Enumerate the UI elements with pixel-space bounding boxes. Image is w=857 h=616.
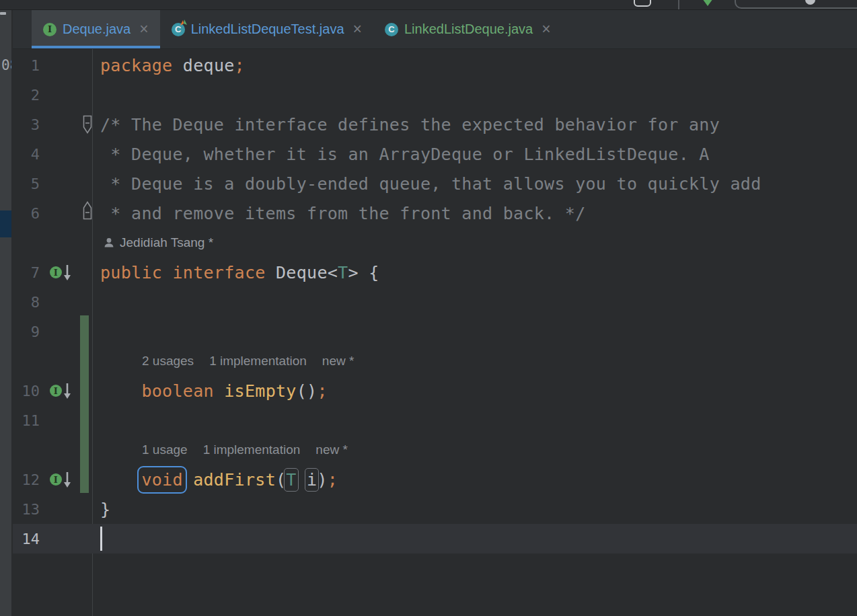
author-inlay-hint[interactable]: Jedidiah Tsang *: [13, 228, 857, 258]
line-number: 4: [31, 146, 40, 163]
editor-tab-linkedlistdequetest-java[interactable]: CLinkedListDequeTest.java×: [160, 10, 373, 48]
gutter-line-5[interactable]: 5: [13, 169, 92, 198]
line-number: 14: [22, 531, 40, 547]
tab-close-icon[interactable]: ×: [353, 22, 362, 37]
line-number: 6: [31, 205, 40, 222]
code-line-1[interactable]: 1package deque;: [13, 50, 857, 80]
code-line-12[interactable]: 12I void addFirst(T i);: [13, 465, 857, 494]
search-field[interactable]: [735, 0, 857, 9]
code-text: * Deque, whether it is an ArrayDeque or …: [92, 145, 710, 164]
editor-tab-bar: IDeque.java×CLinkedListDequeTest.java×CL…: [13, 10, 857, 49]
line-number: 11: [22, 412, 40, 429]
code-line-10[interactable]: 10I boolean isEmpty();: [13, 376, 857, 406]
line-number: 8: [31, 294, 40, 311]
left-panel-clipped-text: 08: [1, 57, 12, 73]
gutter-line-1[interactable]: 1: [13, 50, 92, 80]
code-text: void addFirst(T i);: [92, 470, 338, 490]
tab-label: LinkedListDequeTest.java: [191, 22, 344, 37]
editor-tab-deque-java[interactable]: IDeque.java×: [32, 10, 160, 48]
gutter-line-8[interactable]: 8: [13, 287, 92, 317]
author-person-icon: [103, 237, 115, 249]
template-segment[interactable]: i: [307, 470, 317, 490]
gutter-line-10[interactable]: 10I: [13, 376, 92, 406]
gutter-line-6[interactable]: 6: [13, 198, 92, 228]
code-text: [92, 527, 102, 551]
left-panel-strip: 08: [0, 10, 12, 616]
code-line-7[interactable]: 7Ipublic interface Deque<T> {: [13, 258, 857, 287]
code-line-14[interactable]: 14: [13, 524, 857, 553]
gutter-line-4[interactable]: 4: [13, 139, 92, 169]
line-number: 12: [22, 471, 40, 488]
code-line-2[interactable]: 2: [13, 80, 857, 110]
code-text: * Deque is a doubly-ended queue, that al…: [92, 174, 761, 194]
gutter-line-13[interactable]: 13: [13, 494, 92, 524]
tab-close-icon[interactable]: ×: [139, 22, 148, 37]
line-number: 9: [31, 323, 40, 340]
code-line-9[interactable]: 9: [13, 317, 857, 346]
implementation-hint[interactable]: 1 implementation: [209, 354, 307, 369]
code-line-13[interactable]: 13}: [13, 494, 857, 524]
run-dropdown-chevron-icon[interactable]: [702, 0, 713, 6]
device-icon[interactable]: [634, 0, 651, 7]
implemented-interface-gutter-icon[interactable]: I: [49, 471, 76, 489]
left-panel-selection: [0, 210, 12, 237]
test-runner-decoration-icon: [180, 20, 188, 28]
code-line-5[interactable]: 5 * Deque is a doubly-ended queue, that …: [13, 169, 857, 198]
code-text: boolean isEmpty();: [92, 381, 328, 401]
line-number: 13: [22, 501, 40, 518]
gutter-line-14[interactable]: 14: [13, 524, 92, 553]
main-toolbar: [0, 0, 857, 10]
tab-label: LinkedListDeque.java: [404, 22, 533, 37]
line-number: 3: [31, 116, 40, 133]
usages-hint[interactable]: 1 usage: [142, 442, 188, 457]
tab-label: Deque.java: [63, 22, 131, 37]
svg-text:I: I: [54, 475, 58, 485]
left-panel-dash-icon: [0, 12, 6, 15]
interface-icon: I: [43, 23, 57, 36]
code-line-11[interactable]: 11: [13, 406, 857, 435]
code-text: * and remove items from the front and ba…: [92, 204, 586, 223]
code-vision-hints: 1 usage1 implementationnew *: [13, 435, 857, 465]
code-vision-hints: 2 usages1 implementationnew *: [13, 346, 857, 376]
line-number: 7: [31, 264, 40, 281]
code-text: }: [92, 500, 110, 519]
implementation-hint[interactable]: 1 implementation: [203, 442, 301, 457]
new-hint[interactable]: new *: [322, 354, 355, 369]
text-caret: [100, 527, 102, 551]
author-name: Jedidiah Tsang *: [120, 235, 213, 250]
fold-marker-icon[interactable]: [83, 115, 92, 134]
editor-tab-linkedlistdeque-java[interactable]: CLinkedListDeque.java×: [373, 10, 562, 48]
svg-text:I: I: [54, 268, 58, 278]
code-line-8[interactable]: 8: [13, 287, 857, 317]
line-number: 5: [31, 176, 40, 192]
line-number: 2: [31, 87, 40, 104]
implemented-interface-gutter-icon[interactable]: I: [49, 264, 76, 282]
code-text: package deque;: [92, 56, 245, 75]
toolbar-divider: [678, 0, 679, 9]
gutter-line-11[interactable]: 11: [13, 406, 92, 435]
line-number: 10: [22, 383, 40, 399]
code-line-6[interactable]: 6 * and remove items from the front and …: [13, 198, 857, 228]
line-number: 1: [31, 57, 40, 74]
gutter-line-2[interactable]: 2: [13, 80, 92, 110]
gutter-line-9[interactable]: 9: [13, 317, 92, 346]
gutter-line-7[interactable]: 7I: [13, 258, 92, 287]
code-text: public interface Deque<T> {: [92, 263, 379, 282]
code-line-4[interactable]: 4 * Deque, whether it is an ArrayDeque o…: [13, 139, 857, 169]
template-active-segment[interactable]: void: [141, 470, 182, 490]
code-text: /* The Deque interface defines the expec…: [92, 115, 720, 134]
svg-text:I: I: [54, 386, 58, 396]
implemented-interface-gutter-icon[interactable]: I: [49, 382, 76, 400]
tab-close-icon[interactable]: ×: [542, 22, 550, 37]
template-segment[interactable]: T: [286, 470, 296, 490]
fold-marker-icon[interactable]: [83, 201, 92, 220]
usages-hint[interactable]: 2 usages: [142, 354, 194, 369]
test-class-icon: C: [172, 23, 185, 36]
gutter-line-12[interactable]: 12I: [13, 465, 92, 494]
new-hint[interactable]: new *: [315, 442, 348, 457]
class-icon: C: [385, 23, 398, 36]
code-line-3[interactable]: 3/* The Deque interface defines the expe…: [13, 110, 857, 139]
code-editor[interactable]: 1package deque;23/* The Deque interface …: [13, 49, 857, 616]
gutter-line-3[interactable]: 3: [13, 110, 92, 139]
